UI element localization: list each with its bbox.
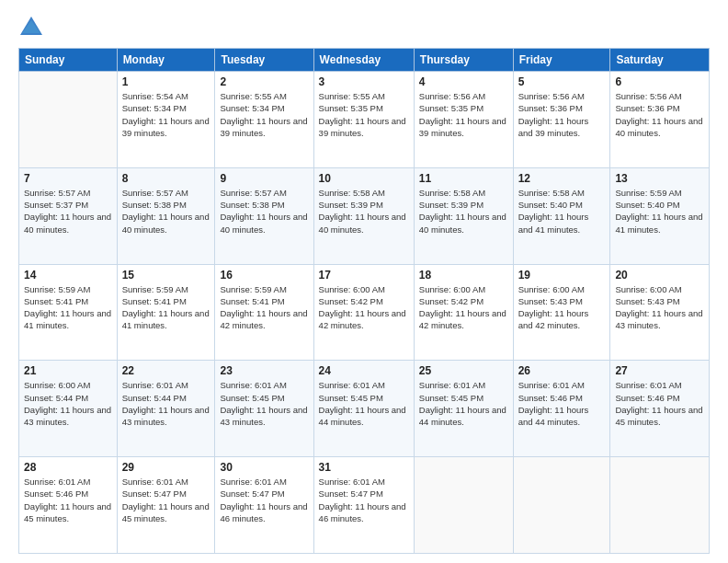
day-number: 24 xyxy=(319,364,409,377)
calendar-week-row: 7Sunrise: 5:57 AMSunset: 5:37 PMDaylight… xyxy=(19,167,710,264)
calendar-cell: 12Sunrise: 5:58 AMSunset: 5:40 PMDayligh… xyxy=(513,167,610,264)
day-number: 15 xyxy=(122,269,210,282)
calendar-cell: 29Sunrise: 6:01 AMSunset: 5:47 PMDayligh… xyxy=(117,457,215,554)
calendar-cell: 9Sunrise: 5:57 AMSunset: 5:38 PMDaylight… xyxy=(215,167,313,264)
calendar-cell: 28Sunrise: 6:01 AMSunset: 5:46 PMDayligh… xyxy=(19,457,118,554)
day-number: 26 xyxy=(518,364,606,377)
day-info: Sunrise: 5:57 AMSunset: 5:37 PMDaylight:… xyxy=(24,187,112,236)
calendar-header-row: SundayMondayTuesdayWednesdayThursdayFrid… xyxy=(19,49,710,72)
day-info: Sunrise: 6:00 AMSunset: 5:42 PMDaylight:… xyxy=(319,283,409,332)
day-number: 27 xyxy=(615,364,704,377)
day-number: 31 xyxy=(319,461,409,474)
calendar-cell: 2Sunrise: 5:55 AMSunset: 5:34 PMDaylight… xyxy=(215,72,313,168)
day-info: Sunrise: 6:01 AMSunset: 5:46 PMDaylight:… xyxy=(24,476,112,524)
day-number: 21 xyxy=(24,364,112,377)
calendar-cell: 22Sunrise: 6:01 AMSunset: 5:44 PMDayligh… xyxy=(117,361,215,457)
logo-icon xyxy=(18,15,44,40)
day-info: Sunrise: 5:59 AMSunset: 5:41 PMDaylight:… xyxy=(24,283,112,332)
calendar-cell: 17Sunrise: 6:00 AMSunset: 5:42 PMDayligh… xyxy=(313,264,414,361)
calendar-cell: 5Sunrise: 5:56 AMSunset: 5:36 PMDaylight… xyxy=(513,72,610,168)
day-number: 23 xyxy=(220,364,308,377)
calendar-week-row: 28Sunrise: 6:01 AMSunset: 5:46 PMDayligh… xyxy=(19,457,710,554)
calendar-cell: 19Sunrise: 6:00 AMSunset: 5:43 PMDayligh… xyxy=(513,264,610,361)
calendar-cell: 7Sunrise: 5:57 AMSunset: 5:37 PMDaylight… xyxy=(19,167,118,264)
day-info: Sunrise: 6:01 AMSunset: 5:44 PMDaylight:… xyxy=(122,379,210,428)
day-info: Sunrise: 5:56 AMSunset: 5:36 PMDaylight:… xyxy=(518,90,606,139)
calendar-cell: 4Sunrise: 5:56 AMSunset: 5:35 PMDaylight… xyxy=(414,72,513,168)
calendar-cell: 30Sunrise: 6:01 AMSunset: 5:47 PMDayligh… xyxy=(215,457,313,554)
calendar: SundayMondayTuesdayWednesdayThursdayFrid… xyxy=(18,48,710,554)
day-info: Sunrise: 5:56 AMSunset: 5:36 PMDaylight:… xyxy=(615,90,704,139)
day-info: Sunrise: 5:55 AMSunset: 5:34 PMDaylight:… xyxy=(220,90,308,139)
calendar-week-row: 1Sunrise: 5:54 AMSunset: 5:34 PMDaylight… xyxy=(19,72,710,168)
weekday-header: Monday xyxy=(117,49,215,72)
day-info: Sunrise: 5:59 AMSunset: 5:41 PMDaylight:… xyxy=(122,283,210,332)
day-number: 2 xyxy=(220,75,308,88)
svg-marker-1 xyxy=(22,20,40,33)
day-number: 6 xyxy=(615,75,704,88)
calendar-cell: 1Sunrise: 5:54 AMSunset: 5:34 PMDaylight… xyxy=(117,72,215,168)
day-number: 13 xyxy=(615,172,704,185)
day-info: Sunrise: 6:00 AMSunset: 5:43 PMDaylight:… xyxy=(615,283,704,332)
day-info: Sunrise: 5:55 AMSunset: 5:35 PMDaylight:… xyxy=(319,90,409,139)
calendar-cell xyxy=(610,457,710,554)
calendar-cell: 18Sunrise: 6:00 AMSunset: 5:42 PMDayligh… xyxy=(414,264,513,361)
day-info: Sunrise: 6:01 AMSunset: 5:45 PMDaylight:… xyxy=(319,379,409,428)
day-info: Sunrise: 6:00 AMSunset: 5:43 PMDaylight:… xyxy=(518,283,606,332)
day-info: Sunrise: 5:57 AMSunset: 5:38 PMDaylight:… xyxy=(122,187,210,236)
calendar-cell: 13Sunrise: 5:59 AMSunset: 5:40 PMDayligh… xyxy=(610,167,710,264)
day-number: 22 xyxy=(122,364,210,377)
calendar-cell: 10Sunrise: 5:58 AMSunset: 5:39 PMDayligh… xyxy=(313,167,414,264)
page: SundayMondayTuesdayWednesdayThursdayFrid… xyxy=(0,0,728,563)
weekday-header: Wednesday xyxy=(313,49,414,72)
day-info: Sunrise: 5:57 AMSunset: 5:38 PMDaylight:… xyxy=(220,187,308,236)
day-number: 4 xyxy=(419,75,508,88)
calendar-cell: 8Sunrise: 5:57 AMSunset: 5:38 PMDaylight… xyxy=(117,167,215,264)
day-info: Sunrise: 6:01 AMSunset: 5:46 PMDaylight:… xyxy=(518,379,606,428)
calendar-cell: 31Sunrise: 6:01 AMSunset: 5:47 PMDayligh… xyxy=(313,457,414,554)
day-number: 8 xyxy=(122,172,210,185)
day-info: Sunrise: 6:01 AMSunset: 5:47 PMDaylight:… xyxy=(220,476,308,524)
day-info: Sunrise: 5:58 AMSunset: 5:39 PMDaylight:… xyxy=(419,187,508,236)
day-number: 14 xyxy=(24,269,112,282)
day-info: Sunrise: 6:01 AMSunset: 5:46 PMDaylight:… xyxy=(615,379,704,428)
day-info: Sunrise: 6:01 AMSunset: 5:47 PMDaylight:… xyxy=(319,476,409,524)
calendar-cell: 21Sunrise: 6:00 AMSunset: 5:44 PMDayligh… xyxy=(19,361,118,457)
day-number: 1 xyxy=(122,75,210,88)
day-number: 12 xyxy=(518,172,606,185)
day-number: 25 xyxy=(419,364,508,377)
day-number: 18 xyxy=(419,269,508,282)
day-info: Sunrise: 6:01 AMSunset: 5:47 PMDaylight:… xyxy=(122,476,210,524)
calendar-cell: 14Sunrise: 5:59 AMSunset: 5:41 PMDayligh… xyxy=(19,264,118,361)
day-number: 29 xyxy=(122,461,210,474)
calendar-week-row: 21Sunrise: 6:00 AMSunset: 5:44 PMDayligh… xyxy=(19,361,710,457)
day-info: Sunrise: 6:00 AMSunset: 5:44 PMDaylight:… xyxy=(24,379,112,428)
calendar-cell: 24Sunrise: 6:01 AMSunset: 5:45 PMDayligh… xyxy=(313,361,414,457)
day-info: Sunrise: 6:00 AMSunset: 5:42 PMDaylight:… xyxy=(419,283,508,332)
day-number: 5 xyxy=(518,75,606,88)
day-info: Sunrise: 6:01 AMSunset: 5:45 PMDaylight:… xyxy=(220,379,308,428)
day-number: 20 xyxy=(615,269,704,282)
calendar-cell xyxy=(414,457,513,554)
calendar-cell: 26Sunrise: 6:01 AMSunset: 5:46 PMDayligh… xyxy=(513,361,610,457)
weekday-header: Friday xyxy=(513,49,610,72)
day-number: 17 xyxy=(319,269,409,282)
day-info: Sunrise: 5:58 AMSunset: 5:39 PMDaylight:… xyxy=(319,187,409,236)
day-info: Sunrise: 5:58 AMSunset: 5:40 PMDaylight:… xyxy=(518,187,606,236)
calendar-cell: 23Sunrise: 6:01 AMSunset: 5:45 PMDayligh… xyxy=(215,361,313,457)
day-number: 9 xyxy=(220,172,308,185)
day-number: 7 xyxy=(24,172,112,185)
day-info: Sunrise: 5:59 AMSunset: 5:40 PMDaylight:… xyxy=(615,187,704,236)
weekday-header: Thursday xyxy=(414,49,513,72)
day-number: 11 xyxy=(419,172,508,185)
calendar-cell: 15Sunrise: 5:59 AMSunset: 5:41 PMDayligh… xyxy=(117,264,215,361)
day-number: 16 xyxy=(220,269,308,282)
calendar-cell: 3Sunrise: 5:55 AMSunset: 5:35 PMDaylight… xyxy=(313,72,414,168)
calendar-cell: 11Sunrise: 5:58 AMSunset: 5:39 PMDayligh… xyxy=(414,167,513,264)
day-info: Sunrise: 5:54 AMSunset: 5:34 PMDaylight:… xyxy=(122,90,210,139)
calendar-cell: 25Sunrise: 6:01 AMSunset: 5:45 PMDayligh… xyxy=(414,361,513,457)
calendar-cell: 6Sunrise: 5:56 AMSunset: 5:36 PMDaylight… xyxy=(610,72,710,168)
calendar-cell xyxy=(513,457,610,554)
calendar-cell xyxy=(19,72,118,168)
day-info: Sunrise: 5:59 AMSunset: 5:41 PMDaylight:… xyxy=(220,283,308,332)
